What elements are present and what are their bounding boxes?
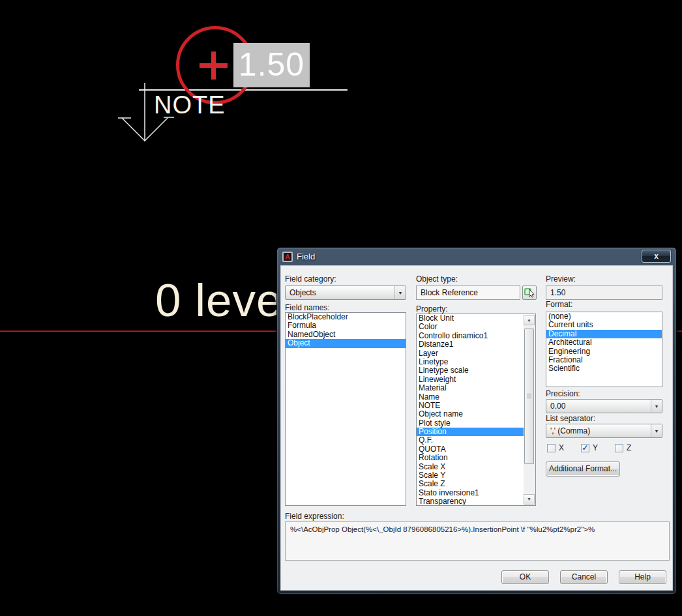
dialog-body: Field category: Objects ▼ Object type: B… — [280, 265, 673, 591]
list-item[interactable]: NamedObject — [286, 330, 406, 339]
list-item[interactable]: Linetype — [417, 358, 524, 366]
axes-checkboxes: X✓YZ — [547, 443, 631, 452]
list-item[interactable]: QUOTA — [417, 445, 524, 454]
list-item[interactable]: Position — [417, 428, 524, 436]
field-category-value: Objects — [286, 288, 394, 297]
axis-label: Y — [593, 443, 598, 452]
list-item[interactable]: Distanze1 — [417, 340, 524, 349]
list-separator-select[interactable]: ',' (Comma) ▼ — [546, 424, 662, 438]
list-item[interactable]: Engineering — [546, 347, 662, 356]
dialog-titlebar[interactable]: A Field — [277, 248, 676, 265]
list-item[interactable]: Decimal — [546, 330, 662, 338]
level-annotation: 0 level — [155, 274, 293, 327]
object-type-field: Block Reference — [416, 286, 520, 300]
close-button[interactable]: x — [642, 250, 671, 263]
chevron-down-icon[interactable]: ▼ — [651, 424, 662, 437]
list-item[interactable]: Plot style — [417, 419, 524, 428]
preview-field: 1.50 — [546, 286, 662, 300]
axis-label: Z — [627, 443, 631, 452]
list-item[interactable]: (none) — [546, 312, 662, 321]
format-label: Format: — [546, 300, 572, 309]
property-items: Block UnitColorControllo dinamico1Distan… — [417, 314, 524, 506]
list-item[interactable]: Scale X — [417, 463, 524, 471]
field-dialog: A Field x Field category: Objects ▼ Obje… — [276, 247, 677, 594]
list-item[interactable]: NOTE — [417, 402, 524, 410]
scroll-down-icon[interactable]: ▼ — [524, 494, 535, 505]
list-item[interactable]: Scientific — [546, 364, 662, 373]
field-expression-box: %<\AcObjProp Object(%<\_ObjId 8796086805… — [285, 521, 670, 561]
field-expression-label: Field expression: — [285, 512, 344, 521]
chevron-down-icon[interactable]: ▼ — [394, 286, 406, 299]
axis-checkbox-y[interactable]: ✓Y — [581, 443, 598, 452]
field-names-list[interactable]: BlockPlaceholderFormulaNamedObjectObject — [285, 312, 406, 506]
list-item[interactable]: Formula — [286, 321, 406, 330]
list-item[interactable]: Fractional — [546, 356, 662, 364]
field-names-label: Field names: — [285, 303, 330, 312]
format-list[interactable]: (none)Current unitsDecimalArchitecturalE… — [546, 312, 662, 387]
list-item[interactable]: Transparency — [417, 497, 524, 506]
checkbox-unchecked-icon — [615, 444, 623, 452]
help-button[interactable]: Help — [619, 570, 666, 584]
list-item[interactable]: Block Unit — [417, 314, 524, 323]
axis-label: X — [559, 443, 564, 452]
checkbox-unchecked-icon — [547, 444, 556, 452]
preview-label: Preview: — [546, 274, 576, 284]
list-item[interactable]: BlockPlaceholder — [286, 313, 406, 321]
list-item[interactable]: Object — [286, 339, 406, 347]
list-item[interactable]: Linetype scale — [417, 366, 524, 375]
select-object-button[interactable] — [522, 286, 537, 300]
plus-marker-icon — [211, 51, 216, 80]
select-object-icon — [523, 286, 536, 299]
field-value-text: 1.50 — [233, 43, 310, 87]
scrollbar-thumb[interactable] — [524, 329, 534, 464]
property-scrollbar[interactable]: ▲ ▼ — [524, 315, 535, 505]
list-item[interactable]: Scale Y — [417, 471, 524, 480]
list-separator-label: List separator: — [546, 414, 595, 423]
precision-label: Precision: — [546, 389, 580, 398]
list-item[interactable]: Layer — [417, 349, 524, 358]
scroll-up-icon[interactable]: ▲ — [524, 315, 535, 325]
list-item[interactable]: Q.F. — [417, 436, 524, 445]
object-type-label: Object type: — [416, 274, 458, 284]
list-separator-value: ',' (Comma) — [546, 426, 651, 435]
scrollbar-grip — [527, 394, 531, 398]
list-item[interactable]: Name — [417, 393, 524, 402]
list-item[interactable]: Material — [417, 384, 524, 392]
dialog-title: Field — [297, 252, 315, 261]
list-item[interactable]: Scale Z — [417, 480, 524, 488]
list-item[interactable]: Rotation — [417, 454, 524, 462]
cancel-button[interactable]: Cancel — [560, 570, 608, 584]
property-label: Property: — [416, 304, 448, 314]
ok-button[interactable]: OK — [501, 570, 549, 584]
precision-select[interactable]: 0.00 ▼ — [546, 399, 662, 413]
property-list[interactable]: Block UnitColorControllo dinamico1Distan… — [416, 314, 536, 506]
axis-checkbox-z[interactable]: Z — [615, 443, 631, 452]
list-item[interactable]: Architectural — [546, 338, 662, 347]
list-item[interactable]: Object name — [417, 410, 524, 418]
list-item[interactable]: Color — [417, 323, 524, 331]
list-item[interactable]: Controllo dinamico1 — [417, 332, 524, 340]
autocad-icon: A — [282, 252, 293, 262]
note-annotation: NOTE — [154, 91, 226, 119]
checkbox-checked-icon: ✓ — [581, 444, 589, 452]
list-item[interactable]: Stato inversione1 — [417, 489, 524, 497]
axis-checkbox-x[interactable]: X — [547, 443, 564, 452]
list-item[interactable]: Current units — [546, 321, 662, 329]
list-item[interactable]: Lineweight — [417, 375, 524, 384]
precision-value: 0.00 — [546, 402, 651, 411]
field-category-label: Field category: — [285, 274, 336, 284]
additional-format-button[interactable]: Additional Format... — [546, 462, 620, 477]
field-category-select[interactable]: Objects ▼ — [285, 286, 406, 300]
chevron-down-icon[interactable]: ▼ — [651, 400, 662, 413]
